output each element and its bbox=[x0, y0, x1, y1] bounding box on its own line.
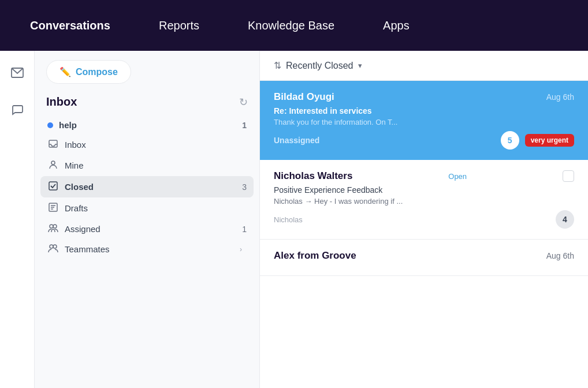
svg-point-8 bbox=[50, 225, 53, 228]
assigned-item-count: 1 bbox=[242, 225, 247, 234]
badge-count-2: 4 bbox=[556, 210, 574, 229]
drafts-item-label: Drafts bbox=[65, 203, 247, 213]
closed-item-count: 3 bbox=[242, 182, 247, 192]
badge-urgent-1: very urgent bbox=[525, 134, 574, 147]
conv-top-row-1: Bildad Oyugi Aug 6th bbox=[274, 91, 574, 103]
pencil-icon: ✏️ bbox=[59, 66, 71, 77]
mail-icon[interactable] bbox=[7, 62, 28, 83]
conv-checkbox-2[interactable] bbox=[563, 170, 574, 182]
chevron-right-icon: › bbox=[235, 245, 247, 253]
conversation-card-2[interactable]: Nicholas Walters Open Positive Experienc… bbox=[260, 160, 588, 240]
chat-icon[interactable] bbox=[7, 99, 28, 120]
nav-apps[interactable]: Apps bbox=[376, 14, 416, 37]
conv-status-2: Open bbox=[448, 172, 467, 181]
badge-count-1: 5 bbox=[501, 131, 519, 150]
conv-top-row-2: Nicholas Walters Open bbox=[274, 170, 574, 182]
svg-point-10 bbox=[50, 245, 53, 248]
closed-icon bbox=[47, 181, 59, 192]
svg-point-2 bbox=[51, 161, 55, 165]
icon-sidebar bbox=[0, 51, 35, 388]
conv-assignee-1: Unassigned bbox=[274, 136, 319, 145]
sort-arrows-icon: ⇅ bbox=[274, 60, 281, 71]
main-layout: ✏️ Compose Inbox ↻ help 1 bbox=[0, 51, 588, 388]
sidebar-item-assigned[interactable]: Assigned 1 bbox=[40, 219, 254, 239]
teammates-item-label: Teammates bbox=[65, 244, 229, 254]
svg-point-11 bbox=[53, 245, 57, 248]
conv-bottom-row-1: Unassigned 5 very urgent bbox=[274, 131, 574, 150]
conv-preview-2: Nicholas → Hey - I was wondering if ... bbox=[274, 197, 574, 206]
help-label: help bbox=[59, 120, 236, 130]
nav-knowledge-base[interactable]: Knowledge Base bbox=[241, 14, 341, 37]
conv-date-3: Aug 6th bbox=[546, 251, 574, 260]
sidebar-item-help[interactable]: help 1 bbox=[40, 115, 254, 135]
left-panel: ✏️ Compose Inbox ↻ help 1 bbox=[35, 51, 260, 388]
conv-subject-2: Positive Experience Feedback bbox=[274, 185, 574, 195]
compose-label: Compose bbox=[76, 67, 118, 77]
inbox-header: Inbox ↻ bbox=[35, 93, 259, 115]
sidebar-item-teammates[interactable]: Teammates › bbox=[40, 239, 254, 259]
closed-item-label: Closed bbox=[65, 182, 236, 192]
right-panel: ⇅ Recently Closed ▾ Bildad Oyugi Aug 6th… bbox=[260, 51, 588, 388]
conv-assignee-2: Nicholas bbox=[274, 215, 303, 224]
conversation-card-3[interactable]: Alex from Groove Aug 6th bbox=[260, 240, 588, 276]
inbox-title: Inbox bbox=[46, 95, 77, 109]
conv-top-row-3: Alex from Groove Aug 6th bbox=[274, 250, 574, 262]
nav-tree: help 1 Inbox bbox=[35, 115, 259, 388]
conv-name-2: Nicholas Walters bbox=[274, 170, 352, 182]
nav-conversations[interactable]: Conversations bbox=[23, 14, 117, 37]
conv-name-3: Alex from Groove bbox=[274, 250, 356, 262]
svg-point-9 bbox=[53, 225, 57, 228]
inbox-icon bbox=[47, 140, 59, 150]
help-dot bbox=[47, 122, 53, 128]
sidebar-item-drafts[interactable]: Drafts bbox=[40, 197, 254, 219]
conv-date-1: Aug 6th bbox=[546, 92, 574, 102]
svg-rect-3 bbox=[49, 182, 57, 190]
sort-label-text: Recently Closed bbox=[286, 61, 353, 71]
assigned-item-label: Assigned bbox=[65, 224, 236, 234]
conversation-card-1[interactable]: Bildad Oyugi Aug 6th Re: Interested in s… bbox=[260, 81, 588, 160]
refresh-icon[interactable]: ↻ bbox=[239, 96, 248, 109]
compose-button[interactable]: ✏️ Compose bbox=[46, 60, 131, 84]
conv-bottom-row-2: Nicholas 4 bbox=[274, 210, 574, 229]
conversation-list: Bildad Oyugi Aug 6th Re: Interested in s… bbox=[260, 81, 588, 388]
conv-subject-1: Re: Interested in services bbox=[274, 106, 574, 115]
sidebar-item-inbox[interactable]: Inbox bbox=[40, 135, 254, 155]
inbox-item-label: Inbox bbox=[65, 140, 247, 150]
top-nav: Conversations Reports Knowledge Base App… bbox=[0, 0, 588, 51]
drafts-icon bbox=[47, 203, 59, 214]
conv-preview-1: Thank you for the information. On T... bbox=[274, 118, 574, 126]
mine-icon bbox=[47, 160, 59, 171]
mine-item-label: Mine bbox=[65, 161, 247, 170]
chevron-down-icon: ▾ bbox=[358, 61, 362, 70]
conv-name-1: Bildad Oyugi bbox=[274, 91, 334, 103]
assigned-icon bbox=[47, 224, 59, 234]
sidebar-item-closed[interactable]: Closed 3 bbox=[40, 176, 254, 197]
sort-bar: ⇅ Recently Closed ▾ bbox=[260, 51, 588, 81]
sort-selector[interactable]: ⇅ Recently Closed ▾ bbox=[274, 60, 362, 71]
teammates-icon bbox=[47, 244, 59, 254]
help-count: 1 bbox=[242, 121, 247, 130]
nav-reports[interactable]: Reports bbox=[152, 14, 206, 37]
sidebar-item-mine[interactable]: Mine bbox=[40, 155, 254, 176]
